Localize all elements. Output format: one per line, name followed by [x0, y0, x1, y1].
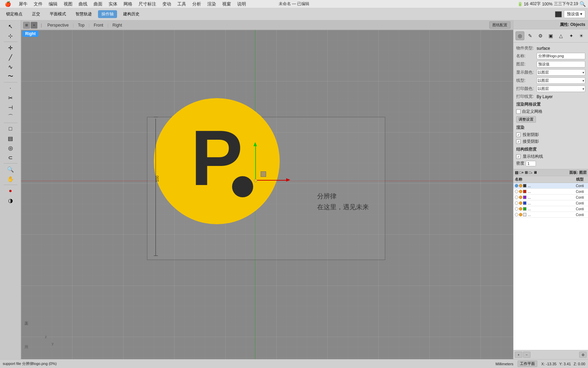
freehand-tool[interactable]: 〜: [2, 72, 19, 81]
custom-mesh-checkbox[interactable]: [516, 109, 521, 114]
search-icon[interactable]: 🔍: [579, 1, 586, 7]
layer-print-dot-3[interactable]: [523, 201, 526, 205]
zoom-tool[interactable]: 🔍: [2, 165, 19, 174]
layer-print-dot-2[interactable]: [523, 196, 526, 199]
layer-row-1[interactable]: ... Conti: [513, 189, 588, 195]
circle-tool[interactable]: ●: [2, 186, 19, 195]
planar-btn[interactable]: 平面模式: [46, 10, 69, 18]
layer-print-dot-5[interactable]: [523, 213, 526, 216]
tab-perspective[interactable]: Perspective: [43, 21, 73, 29]
triangle-icon[interactable]: △: [557, 31, 566, 40]
adjust-settings-btn[interactable]: 调整设置: [516, 116, 536, 123]
layer-table[interactable]: 名称 线型 ... Conti ...: [513, 176, 588, 350]
settings-icon[interactable]: ⚙: [579, 352, 587, 358]
tab-top[interactable]: Top: [74, 21, 88, 29]
color-picker-tool[interactable]: ◑: [2, 196, 19, 205]
point-tool[interactable]: ·: [2, 84, 19, 93]
solid-box-tool[interactable]: □: [2, 124, 19, 133]
material-icon[interactable]: ✎: [526, 31, 535, 40]
blend-tool[interactable]: ⌒: [2, 112, 19, 121]
menu-view[interactable]: 视图: [61, 0, 75, 8]
sweep-tool[interactable]: ⊂: [2, 153, 19, 162]
layout-btn[interactable]: 图纸配置: [489, 21, 510, 29]
geometry-icon[interactable]: ▣: [546, 31, 555, 40]
line-tool[interactable]: ╱: [2, 53, 19, 62]
smart-track-btn[interactable]: 智慧轨迹: [72, 10, 95, 18]
menu-transform[interactable]: 变动: [160, 0, 174, 8]
ortho-btn[interactable]: 正交: [29, 10, 44, 18]
menu-surface[interactable]: 曲面: [91, 0, 105, 8]
layers-icon[interactable]: ▤: [515, 170, 518, 175]
menu-viewport[interactable]: 视窗: [219, 0, 234, 8]
layer-print-dot-4[interactable]: [523, 207, 526, 211]
layer-vis-dot-2[interactable]: [515, 196, 518, 199]
z-handle[interactable]: [261, 171, 266, 177]
delete-layer-icon[interactable]: □-: [529, 170, 532, 175]
single-view-icon[interactable]: ⊞: [23, 22, 30, 29]
object-icon[interactable]: ◎: [516, 31, 524, 40]
extend-tool[interactable]: ⊣: [2, 103, 19, 112]
menu-analyze[interactable]: 分析: [190, 0, 204, 8]
menu-solid[interactable]: 实体: [106, 0, 120, 8]
cast-shadow-checkbox[interactable]: ✓: [516, 133, 521, 137]
display-color-select[interactable]: 以图层 ▾: [537, 69, 585, 76]
tab-front[interactable]: Front: [89, 21, 107, 29]
tab-right[interactable]: Right: [109, 21, 126, 29]
receive-shadow-checkbox[interactable]: ✓: [516, 139, 521, 144]
menu-dimension[interactable]: 尺寸标注: [136, 0, 159, 8]
layer-vis-dot-5[interactable]: [515, 213, 518, 216]
layer-vis-dot-1[interactable]: [515, 190, 518, 193]
color-swatch[interactable]: [555, 11, 562, 17]
layer-row-2[interactable]: ... Conti: [513, 195, 588, 200]
layer-print-dot-1[interactable]: [523, 190, 526, 193]
add-sub-icon[interactable]: ⊞: [525, 170, 528, 175]
layer-color-dot-2[interactable]: [519, 196, 522, 199]
sun-icon[interactable]: ☀: [577, 31, 586, 40]
curve-tool[interactable]: ∿: [2, 62, 19, 71]
preset-dropdown[interactable]: 预设值 ▾: [564, 10, 585, 18]
layer-row-3[interactable]: ... Conti: [513, 200, 588, 206]
show-structure-checkbox[interactable]: ✓: [516, 154, 521, 159]
layer-color-dot-1[interactable]: [519, 190, 522, 193]
workplane-btn[interactable]: 工作平面: [518, 361, 537, 367]
layer-color-dot-0[interactable]: [519, 184, 522, 187]
layer-row-4[interactable]: ... Conti: [513, 206, 588, 212]
arch-history-btn[interactable]: 建构历史: [120, 10, 143, 18]
operate-btn[interactable]: 操作轴: [98, 10, 117, 18]
view-icon[interactable]: 🖥: [533, 170, 537, 175]
apple-menu[interactable]: 🍎: [2, 0, 14, 8]
layer-print-dot-0[interactable]: [523, 184, 526, 187]
move-tool[interactable]: ✛: [2, 43, 19, 52]
quad-view-icon[interactable]: ▪: [31, 22, 37, 29]
layer-color-dot-3[interactable]: [519, 201, 522, 205]
extrude-tool[interactable]: ▤: [2, 134, 19, 143]
revolve-tool[interactable]: ◎: [2, 143, 19, 152]
snap-grid-btn[interactable]: 锁定格点: [3, 10, 26, 18]
select-tool[interactable]: ↖: [2, 22, 19, 31]
add-icon[interactable]: +: [515, 352, 522, 358]
viewport[interactable]: ⊞ ▪ | Perspective | Top | Front | Right …: [21, 20, 513, 359]
layer-input[interactable]: 预设值: [537, 61, 585, 67]
layer-vis-dot-0[interactable]: [515, 184, 518, 187]
pan-tool[interactable]: ✋: [2, 174, 19, 183]
menu-render[interactable]: 渲染: [205, 0, 219, 8]
add-layer-icon[interactable]: □+: [519, 170, 524, 175]
menu-curve[interactable]: 曲线: [76, 0, 90, 8]
menu-tools[interactable]: 工具: [175, 0, 189, 8]
menu-edit[interactable]: 编辑: [46, 0, 60, 8]
name-input[interactable]: 分辨律logo.png: [537, 53, 585, 59]
menu-file[interactable]: 文件: [31, 0, 45, 8]
density-input[interactable]: 1: [526, 161, 536, 166]
layer-vis-dot-4[interactable]: [515, 207, 518, 211]
menu-rhinoceros[interactable]: 犀牛: [16, 0, 30, 8]
layer-color-dot-4[interactable]: [519, 207, 522, 211]
trim-tool[interactable]: ✂: [2, 93, 19, 102]
transform-center[interactable]: [254, 179, 257, 182]
display-icon[interactable]: ⚙: [536, 31, 545, 40]
minus-icon[interactable]: −: [523, 352, 530, 358]
star-icon[interactable]: ✦: [567, 31, 576, 40]
layer-row-5[interactable]: ... Conti: [513, 212, 588, 218]
print-color-select[interactable]: 以图层 ▾: [537, 86, 585, 92]
select-filter-tool[interactable]: ⊹: [2, 31, 19, 40]
layer-row-0[interactable]: ... Conti: [513, 183, 588, 189]
